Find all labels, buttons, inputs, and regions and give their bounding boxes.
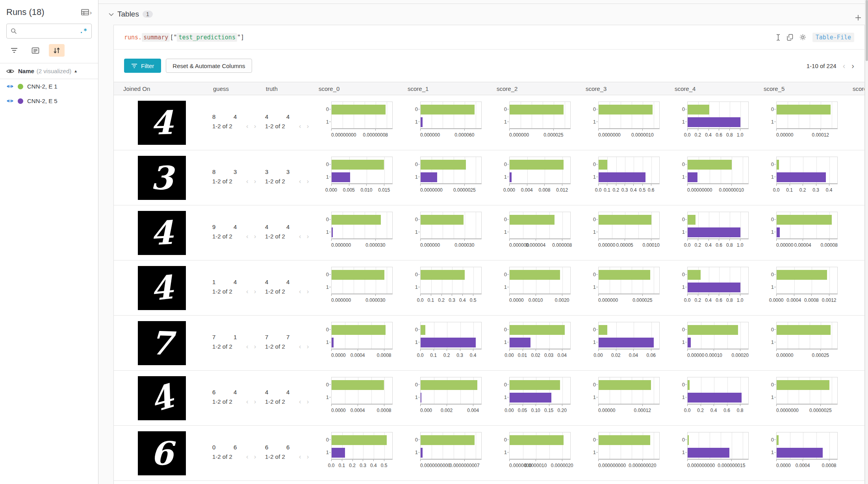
y-axis-label-1: 1 [679, 119, 685, 125]
x-tick-mark [598, 239, 599, 241]
run-list-item[interactable]: CNN-2, E 1 [0, 79, 98, 94]
pager-prev-icon[interactable]: ‹ [246, 343, 249, 350]
prev-page-icon[interactable]: ‹ [843, 62, 846, 70]
digit-image-thumbnail[interactable]: 7 [138, 321, 186, 365]
x-tick-mark [642, 405, 643, 406]
y-axis-label-1: 1 [590, 174, 596, 180]
digit-image-thumbnail[interactable]: 4 [138, 376, 186, 420]
scrollbar-thumb[interactable] [866, 0, 868, 61]
filter-runs-button[interactable] [6, 44, 22, 57]
x-tick-label: 0.00 [504, 408, 514, 413]
pager-prev-icon[interactable]: ‹ [299, 123, 301, 129]
sort-runs-button[interactable] [49, 44, 65, 57]
digit-image-thumbnail[interactable]: 6 [138, 431, 186, 475]
digit-image-thumbnail[interactable]: 4 [138, 211, 186, 255]
digit-image-thumbnail[interactable]: 4 [138, 266, 186, 310]
collapse-chevron-icon[interactable] [109, 13, 114, 16]
gear-icon[interactable] [799, 34, 806, 41]
run-name-label: CNN-2, E 5 [27, 98, 57, 104]
column-header-score_0[interactable]: score_0 [318, 85, 407, 92]
reset-columns-button[interactable]: Reset & Automate Columns [166, 59, 252, 73]
pager-prev-icon[interactable]: ‹ [299, 178, 301, 185]
bar-run-1 [688, 105, 709, 115]
table-file-link[interactable]: Table-File [812, 33, 854, 42]
pager-next-icon[interactable]: › [307, 398, 309, 405]
y-tick-1 [596, 232, 598, 232]
expand-chevron-icon[interactable]: › [90, 9, 92, 16]
column-header-score_6[interactable]: score_6 [852, 85, 865, 92]
page-scrollbar[interactable] [865, 0, 868, 484]
column-header-score_2[interactable]: score_2 [496, 85, 585, 92]
pager-next-icon[interactable]: › [254, 178, 256, 185]
pager-prev-icon[interactable]: ‹ [299, 233, 301, 240]
filter-button[interactable]: Filter [124, 59, 161, 73]
pager-prev-icon[interactable]: ‹ [299, 343, 301, 350]
y-tick-1 [507, 342, 509, 342]
next-page-icon[interactable]: › [851, 62, 854, 70]
regex-toggle[interactable]: .* [80, 28, 87, 35]
sort-caret-icon[interactable]: ▲ [74, 69, 78, 73]
x-tick-mark [598, 405, 599, 406]
digit-image-thumbnail[interactable]: 3 [138, 156, 186, 200]
pager-next-icon[interactable]: › [254, 398, 256, 405]
pager-prev-icon[interactable]: ‹ [246, 453, 249, 460]
x-tick-mark [562, 239, 562, 241]
column-header-score_4[interactable]: score_4 [674, 85, 763, 92]
run-list-item[interactable]: CNN-2, E 5 [0, 94, 98, 108]
pager-prev-icon[interactable]: ‹ [246, 233, 249, 240]
visibility-eye-icon[interactable] [6, 68, 14, 74]
x-tick-label: 0.05 [518, 408, 527, 413]
guess-value: 6 [234, 444, 255, 451]
column-header-score_1[interactable]: score_1 [407, 85, 496, 92]
digit-image-thumbnail[interactable]: 4 [138, 101, 186, 145]
x-tick-mark [536, 405, 536, 406]
text-cursor-icon[interactable] [776, 34, 781, 41]
group-runs-button[interactable] [28, 44, 43, 57]
y-axis-label-0: 0 [590, 216, 596, 222]
runs-table-icon[interactable] [81, 9, 89, 16]
query-token: [" [170, 34, 177, 41]
pager-next-icon[interactable]: › [254, 288, 256, 295]
x-tick-mark [331, 239, 332, 241]
score-chart: 010.000000.00012 [768, 102, 839, 139]
y-axis-label-0: 0 [590, 272, 596, 277]
pager-next-icon[interactable]: › [307, 233, 309, 240]
run-visibility-eye-icon[interactable] [6, 98, 14, 103]
pager-prev-icon[interactable]: ‹ [299, 453, 301, 460]
name-column-header[interactable]: Name (2 visualized) ▲ [0, 63, 98, 79]
pager-next-icon[interactable]: › [254, 123, 256, 129]
y-axis-label-0: 0 [768, 216, 774, 222]
x-tick-label: 0.00000 [776, 353, 793, 358]
pager-next-icon[interactable]: › [307, 123, 309, 129]
copy-icon[interactable] [787, 34, 793, 41]
run-visibility-eye-icon[interactable] [6, 84, 14, 89]
pager-next-icon[interactable]: › [254, 343, 256, 350]
column-header-joined-on[interactable]: Joined On [114, 85, 212, 92]
pager-prev-icon[interactable]: ‹ [246, 178, 249, 185]
pager-prev-icon[interactable]: ‹ [299, 398, 301, 405]
column-header-score_5[interactable]: score_5 [763, 85, 852, 92]
column-header-score_3[interactable]: score_3 [585, 85, 674, 92]
bar-run-2 [777, 227, 780, 237]
guess-pager: 1-2 of 2‹› [212, 233, 265, 240]
pager-next-icon[interactable]: › [254, 453, 256, 460]
pager-prev-icon[interactable]: ‹ [246, 398, 249, 405]
pager-next-icon[interactable]: › [254, 233, 256, 240]
search-input[interactable] [20, 28, 80, 34]
pager-next-icon[interactable]: › [307, 178, 309, 185]
pager-next-icon[interactable]: › [307, 453, 309, 460]
pager-prev-icon[interactable]: ‹ [299, 288, 301, 295]
x-tick-label: 0.10 [531, 408, 540, 413]
pager-prev-icon[interactable]: ‹ [246, 288, 249, 295]
score-chart: 010.000000.00025 [768, 322, 839, 360]
x-tick-mark [719, 129, 719, 131]
column-header-guess[interactable]: guess [212, 85, 265, 92]
main-area: Tables 1 runs.summary["test_predictions"… [98, 0, 868, 484]
x-tick-label: 0.3 [812, 187, 819, 193]
add-panel-icon[interactable] [855, 14, 862, 21]
query-expression[interactable]: runs.summary["test_predictions"] [114, 25, 864, 50]
pager-next-icon[interactable]: › [307, 288, 309, 295]
pager-next-icon[interactable]: › [307, 343, 309, 350]
pager-prev-icon[interactable]: ‹ [246, 123, 249, 129]
column-header-truth[interactable]: truth [265, 85, 318, 92]
